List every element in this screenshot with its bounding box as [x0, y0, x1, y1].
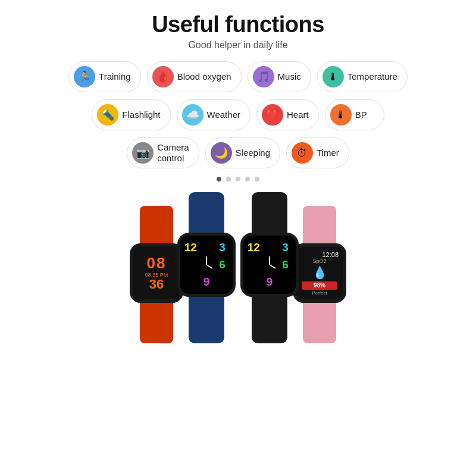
cn2-3: 3	[282, 241, 289, 254]
bp-label: BP	[355, 109, 367, 120]
strap-top-red	[140, 206, 173, 245]
features-row-1: 🏃 Training 🩸 Blood oxygen 🎵 Music 🌡 Temp…	[68, 61, 408, 92]
feature-camera: 📷 Cameracontrol	[127, 137, 199, 168]
feature-weather: ☁️ Weather	[177, 99, 250, 130]
side-btn-blue	[234, 258, 236, 271]
sleeping-icon: 🌙	[211, 142, 232, 164]
dot-5[interactable]	[255, 177, 259, 181]
cn-3: 3	[219, 241, 226, 254]
strap-top-pink	[303, 206, 336, 245]
music-label: Music	[278, 71, 301, 82]
strap-top-blue	[189, 192, 224, 234]
dot-4[interactable]	[245, 177, 250, 181]
weather-label: Weather	[207, 109, 240, 120]
watch-body-pink: 12:08 SpO2 💧 98% Perfect	[293, 243, 346, 303]
digital-face: 08 08:35 PM 36	[133, 247, 180, 299]
weather-icon: ☁️	[182, 104, 203, 126]
watches-row: 08 08:35 PM 36 12 3	[6, 192, 470, 343]
dig-steps: 36	[149, 278, 164, 291]
timer-icon: ⏱	[292, 142, 313, 164]
watch-body-orange: 08 08:35 PM 36	[130, 243, 183, 303]
temperature-label: Temperature	[347, 71, 397, 82]
features-row-2: 🔦 Flashlight ☁️ Weather ❤️ Heart 🌡 BP	[92, 99, 384, 130]
spo2-time: 12:08	[322, 251, 339, 258]
side-btn2-black	[298, 256, 299, 264]
music-icon: 🎵	[253, 66, 274, 87]
spo2-status: Perfect	[312, 290, 327, 296]
flashlight-label: Flashlight	[122, 109, 160, 120]
heart-icon: ❤️	[262, 104, 283, 126]
timer-label: Timer	[317, 148, 339, 158]
strap-bottom-black	[252, 296, 287, 343]
side-btn2-blue	[234, 256, 236, 264]
dot-1[interactable]	[217, 177, 221, 181]
camera-label: Cameracontrol	[157, 142, 189, 164]
cn-9: 9	[203, 275, 210, 289]
clock-hands-svg	[195, 253, 218, 277]
dig-hour: 08	[147, 255, 167, 271]
temperature-icon: 🌡	[322, 66, 344, 87]
watch-body-black: 12 3 6 9	[240, 233, 299, 297]
features-grid: 🏃 Training 🩸 Blood oxygen 🎵 Music 🌡 Temp…	[6, 61, 470, 168]
clock-face-black: 12 3 6 9	[243, 236, 296, 294]
cn2-12: 12	[248, 241, 260, 254]
sleeping-label: Sleeping	[236, 148, 270, 158]
feature-bp: 🌡 BP	[325, 99, 384, 130]
dots-indicator	[217, 177, 259, 181]
strap-bottom-pink	[303, 302, 336, 343]
training-label: Training	[99, 71, 131, 82]
watch-body-blue: 12 3 6 9	[177, 233, 236, 297]
feature-training: 🏃 Training	[68, 61, 141, 92]
camera-icon: 📷	[132, 142, 154, 164]
svg-line-1	[206, 265, 212, 268]
clock-hands-svg2	[258, 253, 281, 277]
feature-flashlight: 🔦 Flashlight	[92, 99, 170, 130]
watch-orange: 08 08:35 PM 36	[130, 206, 183, 343]
dot-2[interactable]	[226, 177, 231, 181]
page-subtitle: Good helper in daily life	[188, 40, 287, 51]
feature-timer: ⏱ Timer	[286, 137, 349, 168]
cn-6: 6	[219, 258, 226, 271]
strap-bottom-blue	[189, 296, 224, 343]
cn2-9: 9	[267, 275, 273, 289]
watch-blue: 12 3 6 9	[177, 192, 236, 343]
cn-12: 12	[184, 241, 197, 254]
clock-face-blue: 12 3 6 9	[180, 236, 233, 294]
blood-oxygen-label: Blood oxygen	[177, 71, 231, 82]
strap-bottom-red	[140, 302, 173, 343]
strap-top-black	[252, 192, 287, 234]
flashlight-icon: 🔦	[97, 104, 118, 126]
side-btn-pink	[345, 267, 346, 280]
spo2-bar: 98%	[302, 281, 337, 290]
training-icon: 🏃	[74, 66, 95, 87]
heart-label: Heart	[287, 109, 309, 120]
page: Useful functions Good helper in daily li…	[0, 0, 476, 476]
cn2-6: 6	[282, 258, 289, 271]
watch-pink: 12:08 SpO2 💧 98% Perfect	[293, 206, 346, 343]
blood-oxygen-icon: 🩸	[152, 66, 174, 87]
watch-black: 12 3 6 9	[240, 192, 299, 343]
feature-blood-oxygen: 🩸 Blood oxygen	[147, 61, 242, 92]
features-row-3: 📷 Cameracontrol 🌙 Sleeping ⏱ Timer	[127, 137, 349, 168]
spo2-face: 12:08 SpO2 💧 98% Perfect	[296, 247, 343, 299]
spo2-drop-icon: 💧	[312, 265, 327, 280]
feature-music: 🎵 Music	[248, 61, 311, 92]
feature-heart: ❤️ Heart	[256, 99, 319, 130]
dot-3[interactable]	[236, 177, 240, 181]
feature-temperature: 🌡 Temperature	[317, 61, 408, 92]
feature-sleeping: 🌙 Sleeping	[205, 137, 280, 168]
page-title: Useful functions	[152, 12, 324, 37]
svg-line-3	[270, 265, 275, 268]
spo2-label-top: SpO2	[312, 258, 326, 264]
bp-icon: 🌡	[330, 104, 352, 126]
side-btn-black	[298, 258, 299, 271]
